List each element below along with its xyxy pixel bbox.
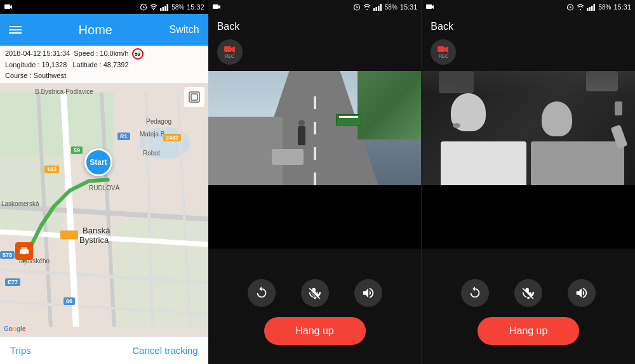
road-badge-2432: 2432 (163, 134, 181, 141)
rotate-icon-3 (468, 286, 482, 300)
status-right-v2: 58% 15:31 (353, 3, 418, 11)
latitude-label: Latitude : 48,7392 (72, 61, 128, 68)
camera-icon (4, 3, 13, 11)
road-badge-r1: R1 (117, 133, 130, 140)
camera-icon-v2 (212, 3, 221, 11)
rec-button-3[interactable]: REC (431, 39, 456, 65)
speaker-icon-3 (575, 286, 589, 300)
car-marker (15, 242, 33, 260)
alarm-icon-v2 (353, 3, 361, 11)
time-display: 15:32 (187, 3, 204, 11)
rec-label-3: REC (439, 54, 448, 58)
menu-line-2 (9, 29, 22, 30)
rotate-icon-2 (255, 286, 269, 300)
status-bar-map: 58% 15:32 (0, 0, 208, 14)
video-panel-interior: 58% 15:31 Back REC (422, 0, 635, 364)
interior-camera-feed (422, 71, 635, 185)
status-right-v3: 58% 15:31 (566, 3, 631, 11)
speaker-button-3[interactable] (568, 279, 596, 307)
mic-off-icon-2 (308, 286, 322, 300)
datetime-speed-row: 2018-04-12 15:31:34 Speed : 10.0km/h 59 (5, 48, 203, 60)
map-area[interactable]: B.Bystrica-Podlavice Pedagog Mateja B. R… (0, 83, 208, 336)
place-label-robot: Robot (143, 150, 160, 157)
rec-button-2[interactable]: REC (217, 39, 243, 65)
hang-up-button-3[interactable]: Hang up (478, 317, 579, 345)
driver-body (531, 141, 625, 185)
status-right: 58% 15:32 (140, 3, 204, 11)
layers-icon (188, 91, 201, 103)
cancel-tracking-button[interactable]: Cancel tracking (132, 345, 197, 356)
video-top-bar-3: Back (422, 14, 635, 39)
pedestrian-figure (298, 126, 305, 145)
time-v2: 15:31 (400, 3, 418, 11)
rec-cam-icon-2 (224, 46, 236, 53)
svg-rect-53 (587, 8, 589, 11)
svg-rect-54 (589, 7, 591, 11)
speaker-button-2[interactable] (354, 279, 382, 307)
svg-rect-45 (224, 46, 231, 52)
video-top-bar-2: Back (208, 14, 422, 39)
svg-rect-8 (160, 8, 162, 11)
driver-head (542, 101, 572, 136)
svg-point-7 (153, 9, 154, 10)
menu-line-1 (9, 26, 22, 27)
place-label-laskomers: Laskomerská (1, 200, 39, 207)
wifi-icon-v2 (363, 3, 371, 11)
place-label-rudlova: RUDLOVÁ (89, 185, 119, 192)
trees-right (358, 71, 422, 140)
coords-row: Longitude : 19,1328 Latitude : 48,7392 (5, 60, 203, 70)
road-badge-578: 578 (0, 251, 15, 259)
hang-up-button-2[interactable]: Hang up (264, 317, 366, 345)
svg-rect-41 (373, 8, 375, 11)
switch-button[interactable]: Switch (170, 24, 199, 36)
svg-rect-9 (163, 7, 164, 11)
rotate-button-3[interactable] (461, 279, 489, 307)
road-scene (208, 71, 422, 185)
svg-marker-58 (444, 46, 448, 53)
signal-icon-v3 (587, 3, 596, 11)
map-layers-button[interactable] (184, 87, 204, 107)
rec-label-2: REC (225, 54, 234, 58)
car-interior-scene (422, 71, 635, 185)
svg-rect-56 (594, 4, 596, 11)
speed-label: Speed : 10.0km/h (74, 49, 128, 57)
road-badge-59: 59 (71, 146, 83, 154)
road-badge-e77: E77 (5, 278, 20, 286)
status-bar-video3: 58% 15:31 (422, 0, 635, 14)
app-header: Home Switch (0, 14, 208, 46)
mic-off-icon-3 (521, 286, 535, 300)
alarm-icon-v3 (566, 3, 574, 11)
rec-cam-icon-3 (438, 46, 449, 53)
place-label-bystrica: B.Bystrica-Podlavice (35, 88, 93, 95)
start-marker: Start (84, 148, 112, 176)
course-row: Course : Southwest (5, 70, 203, 81)
passenger-eye-l (453, 123, 460, 128)
map-panel: 58% 15:32 Home Switch 2018-04-12 15:31:3… (0, 0, 208, 364)
status-left-v2 (212, 3, 221, 11)
trips-button[interactable]: Trips (10, 345, 31, 356)
mic-button-3[interactable] (514, 279, 542, 307)
mic-button-2[interactable] (301, 279, 329, 307)
road-badge-66: 66 (64, 297, 75, 305)
map-svg (0, 83, 208, 336)
svg-point-40 (366, 9, 368, 10)
map-bottom-bar: Trips Cancel tracking (0, 336, 208, 364)
svg-rect-11 (167, 4, 169, 11)
back-button-3[interactable]: Back (431, 21, 453, 32)
google-logo: Google (4, 325, 25, 332)
status-bar-video2: 58% 15:31 (208, 0, 422, 14)
menu-button[interactable] (9, 26, 22, 34)
signal-icon (160, 3, 169, 11)
camera-icon-v3 (425, 3, 434, 11)
back-button-2[interactable]: Back (217, 21, 240, 32)
svg-point-32 (26, 254, 28, 256)
time-v3: 15:31 (613, 3, 631, 11)
rotate-button-2[interactable] (248, 279, 276, 307)
svg-rect-57 (438, 46, 444, 52)
svg-rect-30 (21, 247, 27, 250)
course-label: Course : Southwest (5, 72, 66, 79)
feed-gap (208, 185, 422, 249)
battery-v2: 58% (385, 4, 398, 11)
app-title: Home (79, 23, 112, 37)
phone-object (615, 101, 622, 115)
